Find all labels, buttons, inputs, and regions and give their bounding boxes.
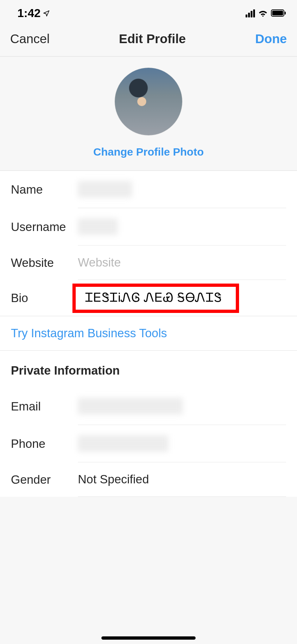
cellular-icon (246, 9, 255, 17)
name-field[interactable] (78, 171, 286, 208)
photo-section: Change Profile Photo (0, 57, 297, 171)
wifi-icon (258, 7, 268, 20)
phone-field[interactable] (78, 425, 286, 462)
home-indicator[interactable] (101, 636, 196, 640)
bio-label: Bio (11, 291, 78, 305)
page-title: Edit Profile (119, 32, 186, 46)
website-row[interactable]: Website Website (0, 245, 297, 280)
avatar[interactable] (114, 67, 183, 136)
status-bar: 1:42 (0, 0, 297, 24)
username-label: Username (11, 220, 78, 234)
svg-rect-1 (272, 11, 283, 16)
location-icon (43, 7, 50, 20)
cancel-button[interactable]: Cancel (10, 32, 50, 46)
private-info-section: Private Information Email Phone Gender N… (0, 351, 297, 497)
change-photo-button[interactable]: Change Profile Photo (93, 146, 204, 158)
profile-form: Name Username Website Website Bio ᏆᎬᏕᏆᎥᏁ… (0, 171, 297, 316)
name-label: Name (11, 183, 78, 197)
email-label: Email (11, 400, 78, 413)
nav-bar: Cancel Edit Profile Done (0, 24, 297, 57)
username-field[interactable] (78, 208, 286, 245)
private-info-header: Private Information (0, 351, 297, 388)
username-row[interactable]: Username (0, 208, 297, 245)
gender-label: Gender (11, 473, 78, 487)
phone-row[interactable]: Phone (0, 425, 297, 462)
status-time-group: 1:42 (17, 7, 50, 20)
email-field[interactable] (78, 388, 286, 425)
status-time: 1:42 (17, 7, 41, 20)
name-row[interactable]: Name (0, 171, 297, 208)
website-field[interactable]: Website (78, 245, 286, 280)
business-tools-link[interactable]: Try Instagram Business Tools (0, 316, 297, 351)
phone-label: Phone (11, 437, 78, 451)
website-label: Website (11, 256, 78, 270)
bio-row[interactable]: Bio ᏆᎬᏕᏆᎥᏁᎶ ᏁᎬᏯ ᎦᎾᏁᏆᏕ (0, 280, 297, 316)
bio-field[interactable]: ᏆᎬᏕᏆᎥᏁᎶ ᏁᎬᏯ ᎦᎾᏁᏆᏕ (78, 291, 222, 305)
status-icons (246, 7, 286, 20)
svg-rect-2 (285, 12, 286, 15)
gender-row[interactable]: Gender Not Specified (0, 462, 297, 497)
battery-icon (271, 7, 286, 20)
email-row[interactable]: Email (0, 388, 297, 425)
gender-field[interactable]: Not Specified (78, 462, 286, 497)
done-button[interactable]: Done (255, 32, 287, 46)
